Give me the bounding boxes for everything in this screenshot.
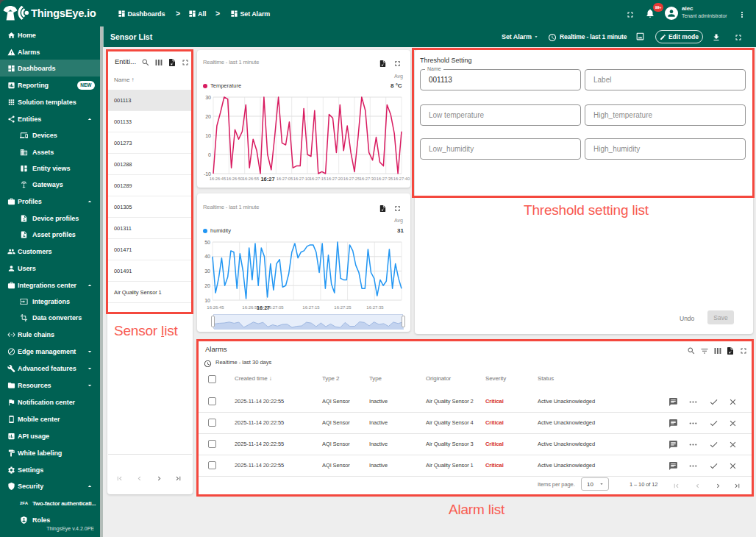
svg-text:16:27:05: 16:27:05 [277, 177, 293, 181]
svg-text:16:27:35: 16:27:35 [377, 177, 393, 181]
svg-text:30: 30 [204, 268, 210, 274]
svg-text:20: 20 [205, 114, 211, 119]
svg-text:16:27:15: 16:27:15 [302, 305, 320, 310]
svg-text:16:27:05: 16:27:05 [266, 305, 284, 310]
svg-text:16:26:45: 16:26:45 [207, 305, 224, 310]
svg-text:40: 40 [204, 254, 210, 259]
svg-text:16:27:15: 16:27:15 [310, 177, 327, 181]
svg-text:20: 20 [204, 283, 210, 288]
svg-text:16:27:20: 16:27:20 [327, 177, 343, 181]
svg-text:16:26:50: 16:26:50 [227, 177, 243, 181]
svg-text:10: 10 [204, 298, 210, 303]
svg-text:ThingsEye.io: ThingsEye.io [31, 7, 96, 19]
svg-text:16:26:45: 16:26:45 [210, 177, 227, 181]
svg-text:30: 30 [205, 95, 211, 100]
svg-text:16:27:30: 16:27:30 [360, 177, 377, 181]
svg-text:16:26:55: 16:26:55 [243, 177, 260, 181]
svg-text:-10: -10 [204, 171, 211, 177]
svg-text:16:27:25: 16:27:25 [334, 305, 352, 310]
svg-text:0: 0 [208, 152, 211, 157]
svg-text:16:27:40: 16:27:40 [393, 177, 410, 181]
svg-text:16:27:35: 16:27:35 [366, 305, 384, 310]
svg-text:10: 10 [205, 133, 211, 138]
svg-text:16:27:25: 16:27:25 [343, 177, 360, 181]
svg-text:16:27:10: 16:27:10 [293, 177, 310, 181]
svg-text:16:27: 16:27 [260, 176, 274, 182]
svg-text:50: 50 [204, 240, 210, 245]
